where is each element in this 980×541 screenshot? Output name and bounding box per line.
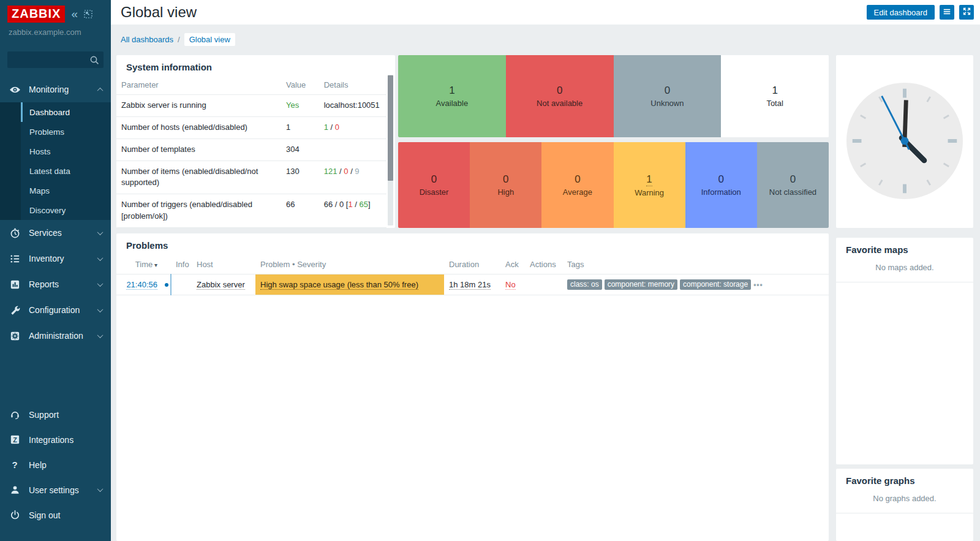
sidebar-item-help[interactable]: ?Help	[0, 452, 111, 477]
details-segment: /	[353, 200, 360, 209]
sidebar-item-maps[interactable]: Maps	[0, 181, 111, 200]
tags-list: class: oscomponent: memorycomponent: sto…	[567, 279, 824, 290]
fullscreen-button[interactable]	[959, 5, 974, 20]
breadcrumb-all-dashboards[interactable]: All dashboards	[121, 35, 173, 44]
search-box[interactable]	[7, 51, 104, 68]
sidebar-item-monitoring[interactable]: Monitoring	[0, 77, 111, 102]
ack-cell: No	[500, 274, 525, 295]
sidebar-item-administration[interactable]: Administration	[0, 323, 111, 349]
more-tags-button[interactable]: •••	[753, 281, 763, 289]
sidebar-item-latest-data[interactable]: Latest data	[0, 161, 111, 181]
time-link[interactable]: 21:40:56	[126, 280, 157, 290]
sidebar-item-support[interactable]: Support	[0, 402, 111, 427]
column-header-host: Host	[192, 255, 255, 274]
sidebar-footer: SupportZIntegrations?HelpUser settingsSi…	[0, 402, 111, 541]
dashboard-menu-button[interactable]	[940, 5, 954, 20]
magnifier-icon[interactable]	[89, 55, 100, 67]
parameter-cell: Number of users (online)	[116, 227, 281, 228]
sidebar-item-user-settings[interactable]: User settings	[0, 477, 111, 502]
hamburger-icon	[943, 7, 951, 18]
sidebar-item-label: Configuration	[29, 305, 90, 315]
sidebar-item-label: Help	[29, 460, 102, 470]
server-name: zabbix.example.com	[0, 26, 111, 44]
system-information-table: Parameter Value Details Zabbix server is…	[116, 77, 386, 228]
sidebar-item-reports[interactable]: Reports	[0, 271, 111, 297]
value-cell: 66	[281, 194, 319, 228]
time-cell: 21:40:56	[116, 274, 162, 295]
zabbix-logo[interactable]: ZABBIX	[7, 6, 65, 23]
info-cell	[171, 274, 192, 295]
block-value: 1	[772, 85, 777, 97]
column-header-time[interactable]: Time ▾	[116, 255, 162, 274]
sidebar-item-dashboard[interactable]: Dashboard	[0, 102, 111, 122]
block-label: High	[497, 187, 514, 197]
breadcrumb-current[interactable]: Global view	[184, 33, 235, 46]
collapse-sidebar-icon[interactable]: «	[71, 10, 78, 18]
details-segment: 66 / 0 [	[324, 200, 349, 209]
sidebar-item-services[interactable]: Services	[0, 220, 111, 246]
sidebar: ZABBIX « zabbix.example.com MonitoringDa…	[0, 0, 111, 541]
submenu-item-label: Latest data	[29, 167, 70, 176]
sidebar-item-configuration[interactable]: Configuration	[0, 297, 111, 323]
duration-link[interactable]: 1h 18m 21s	[449, 280, 491, 290]
tag-chip[interactable]: class: os	[567, 279, 602, 290]
details-segment: /	[337, 167, 344, 176]
sidebar-item-hosts[interactable]: Hosts	[0, 142, 111, 161]
svg-text:Z: Z	[13, 436, 17, 444]
details-segment: ]	[368, 200, 371, 209]
analog-clock	[845, 81, 965, 203]
sidebar-item-label: Support	[29, 410, 102, 420]
block-value: 0	[431, 173, 437, 186]
submenu-item-label: Dashboard	[29, 108, 70, 117]
chevron-down-icon	[97, 486, 104, 492]
problems-table: Time ▾InfoHostProblem • SeverityDuration…	[116, 255, 829, 295]
block-value: 0	[718, 173, 724, 186]
scrollbar-thumb[interactable]	[388, 75, 393, 181]
hide-sidebar-icon[interactable]	[84, 10, 92, 18]
block-value[interactable]: 1	[646, 173, 652, 186]
sidebar-item-problems[interactable]: Problems	[0, 122, 111, 142]
value-cell: Yes	[281, 95, 319, 117]
favorite-maps-widget: Favorite maps No maps added.	[836, 238, 973, 464]
stopwatch-icon	[9, 227, 21, 239]
sidebar-item-label: User settings	[29, 485, 90, 495]
edit-dashboard-button[interactable]: Edit dashboard	[867, 5, 935, 20]
scrollbar-track[interactable]	[388, 75, 393, 225]
column-header-problem-severity: Problem • Severity	[255, 255, 444, 274]
details-cell	[319, 138, 386, 161]
power-icon	[9, 509, 21, 521]
chevron-up-icon	[97, 87, 104, 93]
sidebar-item-inventory[interactable]: Inventory	[0, 246, 111, 271]
sidebar-item-sign-out[interactable]: Sign out	[0, 502, 111, 528]
system-information-row: Number of items (enabled/disabled/not su…	[116, 161, 386, 194]
parameter-cell: Zabbix server is running	[116, 95, 281, 117]
favorite-maps-title: Favorite maps	[836, 238, 973, 259]
block-label: Not classified	[769, 187, 816, 197]
column-header-actions: Actions	[525, 255, 562, 274]
list-icon	[9, 252, 21, 265]
sidebar-item-integrations[interactable]: ZIntegrations	[0, 427, 111, 452]
details-segment: /	[328, 123, 335, 132]
details-segment: 1	[324, 123, 328, 132]
tag-chip[interactable]: component: memory	[605, 279, 677, 290]
chevron-down-icon	[97, 229, 104, 235]
submenu-monitoring: DashboardProblemsHostsLatest dataMapsDis…	[0, 102, 111, 220]
column-header-ack: Ack	[500, 255, 525, 274]
details-cell: 66 / 0 [1 / 65]	[319, 194, 386, 228]
sidebar-item-label: Monitoring	[29, 85, 90, 94]
host-link[interactable]: Zabbix server	[197, 280, 245, 290]
system-information-title: System information	[116, 55, 395, 77]
sidebar-item-discovery[interactable]: Discovery	[0, 200, 111, 220]
block-label: Disaster	[420, 187, 449, 197]
ack-link[interactable]: No	[505, 280, 516, 290]
problem-link[interactable]: High swap space usage (less than 50% fre…	[260, 280, 418, 290]
system-information-row: Zabbix server is runningYeslocalhost:100…	[116, 95, 386, 117]
severity-block-high: 0High	[470, 142, 541, 228]
block-value: 0	[790, 173, 796, 186]
tag-chip[interactable]: component: storage	[680, 279, 751, 290]
sidebar-item-label: Inventory	[29, 254, 90, 263]
chevron-down-icon	[97, 306, 104, 312]
favorite-maps-empty-message: No maps added.	[836, 259, 973, 282]
details-cell: localhost:10051	[319, 95, 386, 117]
submenu-item-label: Hosts	[29, 147, 51, 156]
